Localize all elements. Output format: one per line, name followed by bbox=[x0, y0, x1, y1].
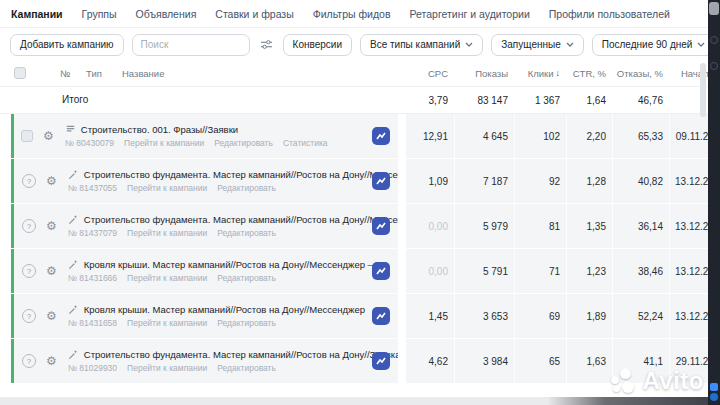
chevron-down-icon bbox=[566, 42, 574, 47]
cell-impressions: 4 645 bbox=[454, 114, 514, 158]
cropped-icon bbox=[709, 2, 719, 15]
go-to-campaign-link[interactable]: Перейти к кампании bbox=[127, 228, 207, 238]
campaign-type-filter-label: Все типы кампаний bbox=[370, 39, 460, 50]
go-to-campaign-link[interactable]: Перейти к кампании bbox=[127, 273, 207, 283]
cell-impressions: 3 653 bbox=[454, 294, 514, 338]
cell-ctr: 1,23 bbox=[566, 249, 612, 293]
campaign-title: Кровля крыши. Мастер кампаний//Ростов на… bbox=[84, 259, 385, 270]
go-to-campaign-link[interactable]: Перейти к кампании bbox=[127, 318, 207, 328]
master-campaign-wand-icon bbox=[68, 214, 79, 225]
metrica-badge[interactable] bbox=[372, 127, 390, 145]
cell-cpc: 4,62 bbox=[406, 339, 454, 383]
edit-link[interactable]: Редактировать bbox=[217, 363, 276, 373]
cell-cpc: 0,00 bbox=[406, 204, 454, 248]
sort-desc-icon: ↓ bbox=[556, 68, 561, 78]
cell-clicks: 71 bbox=[514, 249, 566, 293]
campaign-type-filter-dropdown[interactable]: Все типы кампаний bbox=[360, 34, 483, 56]
help-status-icon: ? bbox=[22, 264, 36, 278]
column-header-cpc[interactable]: CPC bbox=[406, 60, 454, 86]
status-filter-label: Запущенные bbox=[501, 39, 561, 50]
tab-retargeting-audiences[interactable]: Ретаргетинг и аудитории bbox=[410, 8, 530, 20]
campaign-row[interactable]: ? ⚙ Строительство фундамента. Мастер кам… bbox=[0, 204, 720, 248]
metrica-badge[interactable] bbox=[372, 217, 390, 235]
statistics-link[interactable]: Статистика bbox=[283, 138, 328, 148]
campaign-row[interactable]: ? ⚙ Кровля крыши. Мастер кампаний//Росто… bbox=[0, 294, 720, 338]
cell-ctr: 2,20 bbox=[566, 114, 612, 158]
help-status-icon: ? bbox=[22, 309, 36, 323]
campaign-id: № 81437079 bbox=[68, 228, 117, 238]
row-checkbox[interactable] bbox=[21, 130, 33, 142]
conversions-button[interactable]: Конверсии bbox=[283, 34, 352, 56]
cell-clicks: 81 bbox=[514, 204, 566, 248]
metrica-badge[interactable] bbox=[372, 262, 390, 280]
cell-impressions: 5 979 bbox=[454, 204, 514, 248]
campaign-title: Строительство фундамента. Мастер кампани… bbox=[84, 169, 398, 180]
column-header-name: Название bbox=[122, 68, 164, 79]
campaign-row[interactable]: ? ⚙ Строительство фундамента. Мастер кам… bbox=[0, 159, 720, 203]
search-input[interactable] bbox=[132, 34, 250, 56]
cell-cpc: 1,09 bbox=[406, 159, 454, 203]
tab-groups[interactable]: Группы bbox=[82, 8, 117, 20]
metrica-badge[interactable] bbox=[372, 172, 390, 190]
edit-link[interactable]: Редактировать bbox=[217, 183, 276, 193]
cell-impressions: 5 791 bbox=[454, 249, 514, 293]
cell-clicks: 69 bbox=[514, 294, 566, 338]
campaign-title: Строительство фундамента. Мастер кампани… bbox=[84, 214, 398, 225]
help-status-icon: ? bbox=[22, 174, 36, 188]
gear-icon[interactable]: ⚙ bbox=[46, 220, 57, 232]
metrica-badge[interactable] bbox=[372, 307, 390, 325]
campaign-row[interactable]: ? ⚙ Кровля крыши. Мастер кампаний//Росто… bbox=[0, 249, 720, 293]
edit-link[interactable]: Редактировать bbox=[217, 318, 276, 328]
campaign-title: Строительство. 001. Фразы//Заявки bbox=[81, 124, 238, 135]
tab-user-profiles[interactable]: Профили пользователей bbox=[549, 8, 670, 20]
column-header-impressions[interactable]: Показы bbox=[454, 60, 514, 86]
cell-bounce: 36,14 bbox=[612, 204, 669, 248]
vertical-scrollbar[interactable] bbox=[700, 63, 706, 117]
go-to-campaign-link[interactable]: Перейти к кампании bbox=[124, 138, 204, 148]
gear-icon[interactable]: ⚙ bbox=[43, 130, 54, 142]
edit-link[interactable]: Редактировать bbox=[217, 228, 276, 238]
cell-cpc: 1,45 bbox=[406, 294, 454, 338]
gear-icon[interactable]: ⚙ bbox=[46, 265, 57, 277]
cropped-side-panel bbox=[708, 0, 720, 405]
campaign-row[interactable]: ⚙ Строительство. 001. Фразы//Заявки № 80… bbox=[0, 114, 720, 158]
tab-ads[interactable]: Объявления bbox=[136, 8, 197, 20]
master-campaign-wand-icon bbox=[68, 169, 79, 180]
totals-cpc: 3,79 bbox=[406, 87, 454, 113]
tab-feed-filters[interactable]: Фильтры фидов bbox=[313, 8, 391, 20]
edit-link[interactable]: Редактировать bbox=[214, 138, 273, 148]
help-status-icon: ? bbox=[22, 354, 36, 368]
tab-campaigns[interactable]: Кампании bbox=[11, 8, 63, 20]
cell-cpc: 12,91 bbox=[406, 114, 454, 158]
metrica-badge[interactable] bbox=[372, 352, 390, 370]
add-campaign-button[interactable]: Добавить кампанию bbox=[10, 34, 124, 56]
toolbar: Добавить кампанию Конверсии Все типы кам… bbox=[0, 29, 708, 60]
campaign-id: № 80430079 bbox=[65, 138, 114, 148]
go-to-campaign-link[interactable]: Перейти к кампании bbox=[127, 363, 207, 373]
edit-link[interactable]: Редактировать bbox=[217, 273, 276, 283]
cell-ctr: 1,63 bbox=[566, 339, 612, 383]
cell-cpc: 0,00 bbox=[406, 249, 454, 293]
gear-icon[interactable]: ⚙ bbox=[46, 355, 57, 367]
gear-icon[interactable]: ⚙ bbox=[46, 310, 57, 322]
select-all-checkbox[interactable] bbox=[14, 67, 26, 79]
column-header-ctr[interactable]: CTR, % bbox=[566, 60, 612, 86]
status-filter-dropdown[interactable]: Запущенные bbox=[491, 34, 584, 56]
go-to-campaign-link[interactable]: Перейти к кампании bbox=[127, 183, 207, 193]
cell-ctr: 1,35 bbox=[566, 204, 612, 248]
chevron-down-icon bbox=[465, 42, 473, 47]
gear-icon[interactable]: ⚙ bbox=[46, 175, 57, 187]
column-header-clicks[interactable]: Клики↓ bbox=[514, 60, 566, 86]
tab-bids-phrases[interactable]: Ставки и фразы bbox=[215, 8, 293, 20]
campaign-list: ⚙ Строительство. 001. Фразы//Заявки № 80… bbox=[0, 114, 720, 384]
column-header-number: № bbox=[60, 68, 70, 79]
totals-bounce: 46,76 bbox=[612, 87, 669, 113]
master-campaign-wand-icon bbox=[68, 304, 79, 315]
period-filter-dropdown[interactable]: Последние 90 дней bbox=[592, 34, 716, 56]
filter-sliders-icon[interactable] bbox=[258, 37, 275, 52]
master-campaign-wand-icon bbox=[68, 349, 79, 360]
column-header-bounce[interactable]: Отказы, % bbox=[612, 60, 669, 86]
period-filter-label: Последние 90 дней bbox=[602, 39, 693, 50]
campaign-row[interactable]: ? ⚙ Строительство фундамента. Мастер кам… bbox=[0, 339, 720, 383]
totals-ctr: 1,64 bbox=[566, 87, 612, 113]
